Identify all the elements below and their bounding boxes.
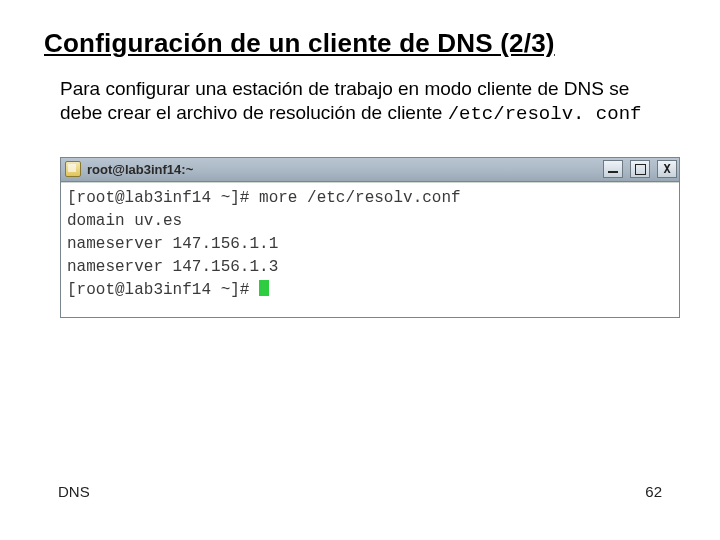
minimize-button[interactable]	[603, 160, 623, 178]
footer-left: DNS	[58, 483, 90, 500]
slide-footer: DNS 62	[58, 483, 662, 500]
close-button[interactable]: X	[657, 160, 677, 178]
body-path: /etc/resolv. conf	[448, 103, 642, 125]
terminal-window: root@lab3inf14:~ X [root@lab3inf14 ~]# m…	[60, 157, 680, 318]
terminal-body: [root@lab3inf14 ~]# more /etc/resolv.con…	[61, 182, 679, 317]
terminal-prompt: [root@lab3inf14 ~]#	[67, 281, 259, 299]
terminal-icon	[65, 161, 81, 177]
terminal-line-1: domain uv.es	[67, 212, 182, 230]
terminal-window-title: root@lab3inf14:~	[87, 162, 193, 177]
terminal-titlebar: root@lab3inf14:~ X	[61, 158, 679, 182]
terminal-line-3: nameserver 147.156.1.3	[67, 258, 278, 276]
slide-title: Configuración de un cliente de DNS (2/3)	[44, 28, 676, 59]
terminal-line-0: [root@lab3inf14 ~]# more /etc/resolv.con…	[67, 189, 461, 207]
slide-body: Para configurar una estación de trabajo …	[60, 77, 666, 127]
maximize-button[interactable]	[630, 160, 650, 178]
terminal-line-2: nameserver 147.156.1.1	[67, 235, 278, 253]
terminal-cursor	[259, 280, 269, 296]
footer-page-number: 62	[645, 483, 662, 500]
